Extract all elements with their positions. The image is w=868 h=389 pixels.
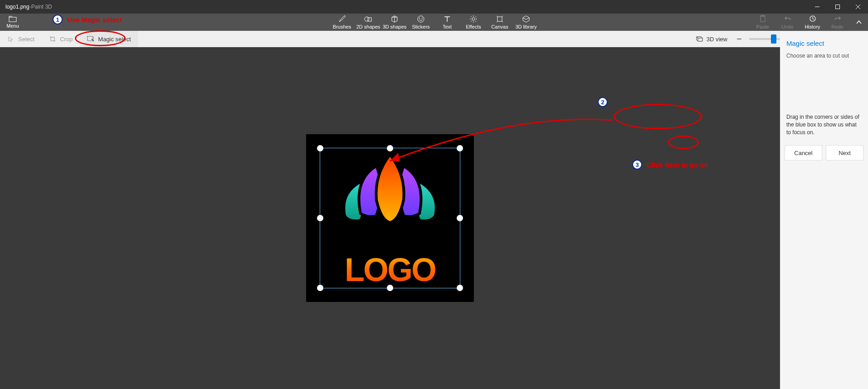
svg-point-10 [472,18,475,20]
minus-icon [736,36,742,42]
titlebar-appname: Paint 3D [31,4,52,10]
selection-handle-bottom-left[interactable] [317,285,323,291]
svg-point-7 [418,16,424,22]
zoom-slider-thumb[interactable] [771,34,776,44]
tool-canvas[interactable]: Canvas [487,14,513,31]
3d-view-toggle[interactable]: 3D view [696,36,727,43]
svg-line-17 [475,16,476,17]
view3d-icon [696,36,703,42]
annotation-ellipse-1 [75,30,126,46]
library-icon [522,15,530,23]
svg-point-9 [422,18,423,19]
shapes3d-icon [390,15,399,23]
tool-3d-library[interactable]: 3D library [513,14,539,31]
canvas-image[interactable]: LOGO [306,134,474,302]
annotation-ellipse-3 [668,136,699,149]
panel-description: Drag in the corners or sides of the blue… [785,113,863,136]
chevron-up-icon [856,19,862,25]
svg-line-16 [475,21,476,22]
svg-line-18 [471,21,472,22]
cursor-icon [8,36,14,42]
redo-icon [834,15,841,22]
zoom-out-button[interactable] [734,34,745,44]
crop-icon [49,36,56,42]
svg-line-15 [471,16,472,17]
maximize-icon [835,5,840,9]
shapes2d-icon [364,15,372,23]
selection-handle-bottom-middle[interactable] [387,285,393,291]
titlebar-filename: logo1.png [5,4,29,10]
cancel-button[interactable]: Cancel [785,145,822,160]
window-maximize-button[interactable] [827,0,848,14]
tool-3d-shapes[interactable]: 3D shapes [381,14,408,31]
selection-handle-top-right[interactable] [457,145,463,151]
svg-point-8 [419,18,420,19]
panel-subtitle: Choose an area to cut out [785,53,863,59]
menu-label: Menu [6,23,19,29]
brush-icon [338,15,346,23]
crop-tool[interactable]: Crop [42,31,80,47]
tool-stickers[interactable]: Stickers [408,14,434,31]
selection-handle-top-middle[interactable] [387,145,393,151]
select-tool[interactable]: Select [0,31,42,47]
panel-title: Magic select [785,39,863,47]
selection-handle-top-left[interactable] [317,145,323,151]
undo-icon [784,15,791,22]
effects-icon [469,15,478,23]
menu-button[interactable]: Menu [0,14,25,31]
magic-select-selection-box[interactable] [320,148,460,288]
svg-rect-19 [497,17,502,21]
sub-toolbar: Select Crop Magic select 3D view 200% ⋯ [0,31,868,47]
close-icon [856,5,860,9]
next-button[interactable]: Next [826,145,863,160]
history-button[interactable]: History [800,14,825,31]
canvas-icon [496,15,504,23]
paste-icon [759,15,766,22]
tool-effects[interactable]: Effects [460,14,487,31]
tool-brushes[interactable]: Brushes [329,14,355,31]
selection-handle-bottom-right[interactable] [457,285,463,291]
paste-button[interactable]: Paste [750,14,775,31]
history-icon [809,15,816,22]
text-icon [443,15,451,23]
magic-select-panel: Magic select Choose an area to cut out D… [780,31,868,389]
canvas-workspace[interactable]: LOGO [0,47,780,389]
folder-icon [9,16,17,22]
window-titlebar: logo1.png - Paint 3D [0,0,868,14]
svg-rect-20 [761,16,765,22]
tool-2d-shapes[interactable]: 2D shapes [355,14,381,31]
ribbon-bar: Menu Brushes 2D shapes 3D shapes Sticker… [0,14,868,31]
window-minimize-button[interactable] [807,0,827,14]
svg-rect-4 [9,17,16,22]
selection-handle-middle-right[interactable] [457,215,463,221]
expand-panel-button[interactable] [850,14,868,31]
svg-rect-1 [835,5,839,9]
redo-button[interactable]: Redo [825,14,850,31]
undo-button[interactable]: Undo [775,14,800,31]
annotation-ellipse-2 [614,104,702,129]
selection-handle-middle-left[interactable] [317,215,323,221]
tool-text[interactable]: Text [434,14,460,31]
stickers-icon [417,15,425,23]
minimize-icon [815,5,819,9]
window-close-button[interactable] [848,0,868,14]
